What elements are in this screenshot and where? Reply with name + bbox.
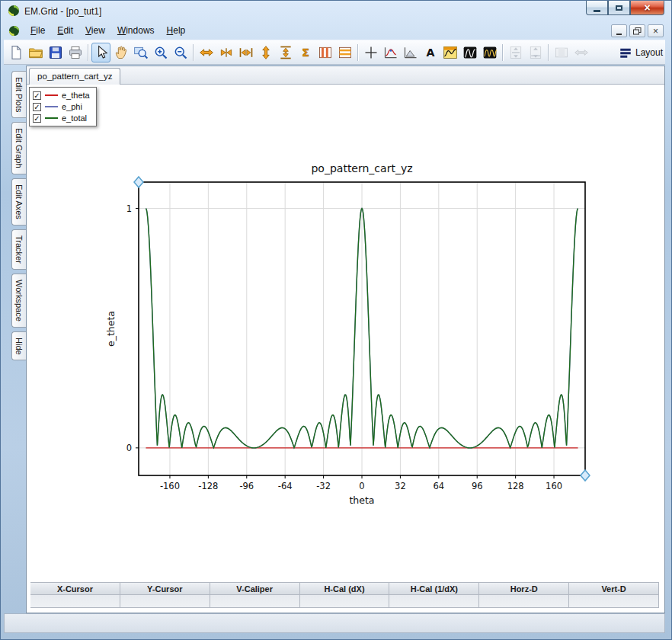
zoom-window-button[interactable] [131, 43, 150, 62]
zoom-in-button[interactable] [151, 43, 170, 62]
spectrum-button[interactable] [480, 43, 499, 62]
toolbar-separator [88, 44, 88, 61]
sidebar-tab-workspace[interactable]: Workspace [11, 274, 26, 328]
app-window: EM.Grid - [po_tut1] × FileEditViewWindow… [0, 0, 672, 640]
new-button[interactable] [6, 43, 25, 62]
crosshair-button[interactable] [361, 43, 380, 62]
zoom-out-button[interactable] [171, 43, 190, 62]
cursor-table-header-row: X-CursorY-CursorV-CaliperH-Cal (dX)H-Cal… [30, 582, 659, 595]
cursor-table-value-row [30, 595, 659, 608]
toolbar-items [6, 43, 619, 62]
x-tick-label: -128 [198, 481, 218, 491]
chart-title: po_pattern_cart_yz [311, 162, 412, 174]
app-icon [8, 5, 20, 19]
x-tick-label: -32 [316, 481, 331, 491]
layout-label: Layout [635, 47, 663, 58]
legend-checkbox[interactable]: ✓ [33, 103, 41, 111]
pan-x-button[interactable] [216, 43, 235, 62]
mdi-close-button[interactable]: × [648, 24, 664, 37]
select-tool-button[interactable] [91, 43, 110, 62]
cursor-table-cell[interactable] [120, 595, 210, 608]
expand-x-button[interactable] [197, 43, 216, 62]
x-tick-label: -96 [239, 481, 254, 491]
expand-y-button[interactable] [256, 43, 275, 62]
close-button[interactable]: × [630, 1, 664, 15]
sidebar-tab-tracker[interactable]: Tracker [11, 229, 26, 270]
autoscale-button[interactable] [296, 43, 315, 62]
legend-line-sample [45, 94, 58, 96]
x-arrows-button [571, 43, 590, 62]
legend-checkbox[interactable]: ✓ [33, 91, 41, 100]
y-span-alt-button [526, 43, 545, 62]
maximize-icon [616, 5, 622, 11]
cursor-table-cell[interactable] [30, 595, 120, 608]
mdi-restore-icon [633, 27, 642, 35]
mdi-restore-button[interactable] [629, 24, 645, 37]
cursor-table-cell[interactable] [479, 595, 569, 608]
window-title: EM.Grid - [po_tut1] [24, 6, 101, 17]
sidebar-tab-edit-graph[interactable]: Edit Graph [11, 122, 26, 174]
plot-style-button[interactable] [440, 43, 459, 62]
cursor-table-cell[interactable] [210, 595, 300, 608]
table-rows-button[interactable] [335, 43, 354, 62]
window-controls: × [586, 1, 664, 15]
menu-view[interactable]: View [79, 24, 111, 38]
y-axis-label: e_theta [105, 311, 117, 347]
y-span-button [506, 43, 525, 62]
text-annotation-button[interactable] [421, 43, 440, 62]
mdi-minimize-button[interactable] [611, 24, 627, 37]
cursor-table-cell[interactable] [300, 595, 390, 608]
curve-marker-button[interactable] [381, 43, 400, 62]
maximize-button[interactable] [608, 1, 630, 15]
cursor-table-header: Vert-D [569, 582, 659, 595]
sidebar-tab-edit-plots[interactable]: Edit Plots [11, 71, 26, 118]
cursor-table-header: Y-Cursor [120, 582, 210, 595]
fit-y-button[interactable] [276, 43, 295, 62]
cursor-table-header: H-Cal (1/dX) [389, 582, 479, 595]
layout-control[interactable]: Layout [619, 46, 663, 59]
chart[interactable]: po_pattern_cart_yz-160-128-96-64-3203264… [85, 154, 611, 520]
legend-label: e_theta [62, 91, 90, 100]
x-tick-label: 96 [472, 481, 483, 491]
toolbar-separator [357, 44, 358, 61]
sidebar-tab-edit-axes[interactable]: Edit Axes [11, 178, 26, 226]
client-area: Edit PlotsEdit GraphEdit AxesTrackerWork… [4, 66, 665, 613]
cursor-table-cell[interactable] [389, 595, 479, 608]
toolbar-separator [548, 44, 549, 61]
menu-windows[interactable]: Windows [111, 24, 161, 38]
x-axis-label: theta [349, 494, 374, 506]
mdi-controls: × [611, 24, 665, 37]
minimize-icon [594, 10, 600, 12]
cursor-table-header: Horz-D [479, 582, 569, 595]
menu-bar: FileEditViewWindowsHelp × [4, 22, 665, 40]
compress-x-button[interactable] [236, 43, 255, 62]
pan-tool-button[interactable] [111, 43, 130, 62]
print-button[interactable] [66, 43, 85, 62]
slope-marker-button[interactable] [401, 43, 420, 62]
minimize-button[interactable] [586, 1, 608, 15]
y-tick-label: 0 [126, 443, 132, 453]
legend-line-sample [45, 106, 58, 107]
legend-item-e_theta: ✓ e_theta [33, 91, 90, 100]
plot-canvas: ✓ e_theta ✓ e_phi ✓ [27, 85, 664, 613]
open-button[interactable] [26, 43, 45, 62]
legend-item-e_phi: ✓ e_phi [33, 102, 90, 111]
legend-line-sample [45, 117, 58, 119]
menu-file[interactable]: File [24, 24, 51, 38]
save-button[interactable] [46, 43, 65, 62]
x-tick-label: 32 [395, 481, 406, 491]
legend-checkbox[interactable]: ✓ [33, 114, 41, 123]
cursor-table: X-CursorY-CursorV-CaliperH-Cal (dX)H-Cal… [30, 582, 659, 608]
cursor-table-cell[interactable] [569, 595, 659, 608]
x-tick-label: 160 [546, 481, 562, 491]
menu-edit[interactable]: Edit [51, 24, 79, 38]
legend-item-e_total: ✓ e_total [33, 114, 90, 123]
toolbar-separator [193, 44, 194, 61]
document-tab[interactable]: po_pattern_cart_yz [29, 68, 120, 85]
close-icon: × [644, 2, 650, 14]
menu-help[interactable]: Help [161, 24, 192, 38]
waveform-button[interactable] [460, 43, 479, 62]
table-columns-button[interactable] [315, 43, 334, 62]
sidebar-tab-hide[interactable]: Hide [11, 331, 26, 361]
menu-items: FileEditViewWindowsHelp [24, 24, 191, 38]
